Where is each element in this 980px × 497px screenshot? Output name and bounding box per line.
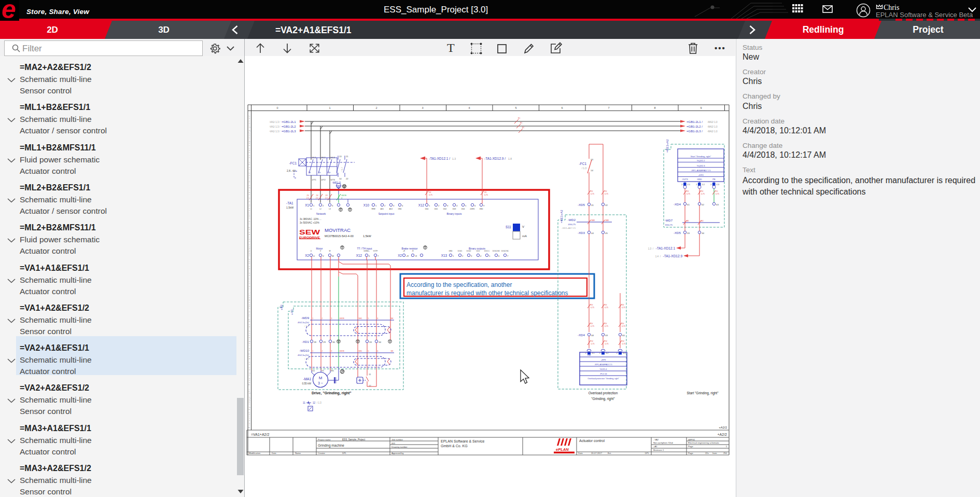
svg-text:DGND+: DGND+ [363, 250, 369, 252]
svg-text:MOVITRAC: MOVITRAC [325, 227, 351, 233]
svg-text:0,75: 0,75 [591, 307, 594, 309]
svg-text:5: 5 [368, 350, 369, 352]
svg-text:Date: Date [578, 452, 583, 454]
svg-text:60: 60 [622, 334, 625, 337]
svg-text:58: 58 [591, 334, 594, 337]
svg-text:2V: 2V [591, 190, 593, 192]
svg-text:X10: X10 [363, 203, 370, 207]
svg-text:2,8...4A: 2,8...4A [287, 169, 296, 172]
svg-text:AI11: AI11 [381, 208, 384, 210]
svg-text:4: 4 [468, 106, 470, 109]
svg-text:1N5: 1N5 [587, 354, 591, 356]
svg-text:DI03: DI03 [453, 208, 456, 210]
svg-text:61: 61 [687, 203, 690, 206]
svg-text:28: 28 [314, 341, 316, 343]
svg-text:%QX2.2: %QX2.2 [697, 159, 705, 162]
svg-text:-XD1: -XD1 [302, 340, 310, 343]
svg-text:8: 8 [654, 106, 655, 109]
svg-text:2/T1: 2/T1 [312, 178, 317, 181]
svg-text:11: 11 [303, 402, 305, 404]
svg-text:14: 14 [591, 169, 593, 172]
svg-text:0,75: 0,75 [605, 343, 609, 345]
svg-text:X1: X1 [305, 203, 309, 207]
svg-text:DI00: DI00 [425, 208, 429, 210]
svg-text:+A1: +A1 [653, 445, 657, 448]
svg-text:2.1: 2.1 [688, 183, 691, 186]
svg-text:OUT3: OUT3 [682, 178, 688, 181]
svg-text:2: 2 [375, 106, 377, 109]
svg-text:2V: 2V [622, 304, 624, 306]
svg-text:250: 250 [723, 452, 727, 454]
svg-text:U: U [313, 255, 315, 257]
svg-text:Grinding machine: Grinding machine [318, 444, 344, 448]
svg-text:2V: 2V [307, 195, 310, 197]
svg-text:=VA1+A2/2: =VA1+A2/2 [251, 433, 269, 436]
svg-text:+X1: +X1 [290, 309, 293, 315]
svg-text:30: 30 [332, 341, 335, 343]
svg-text:2,5: 2,5 [325, 197, 328, 199]
svg-text:Modification: Modification [249, 452, 261, 454]
svg-text:AI12: AI12 [389, 208, 393, 210]
svg-text:22: 22 [346, 177, 348, 180]
svg-text:1.4 /: 1.4 / [655, 255, 661, 258]
svg-text:0,75: 0,75 [605, 307, 608, 309]
svg-text:According to the specification: According to the specification, another [407, 281, 512, 288]
svg-text:-FC1: -FC1 [289, 161, 297, 165]
svg-text:&EFS1: &EFS1 [688, 438, 695, 441]
svg-text:2V: 2V [591, 340, 594, 342]
svg-text:PE: PE [712, 178, 716, 181]
svg-text:DO01: DO01 [458, 250, 463, 252]
svg-text:+A2/2: +A2/2 [718, 433, 727, 436]
svg-text:3: 3 [331, 350, 332, 352]
svg-text:7: 7 [608, 106, 609, 109]
svg-text:-TA1-XD12.1: -TA1-XD12.1 [656, 246, 676, 250]
svg-text:0,75: 0,75 [591, 325, 594, 327]
svg-text:001: 001 [391, 442, 396, 445]
svg-text:Start "Grinding, right": Start "Grinding, right" [691, 155, 711, 158]
svg-text:32: 32 [605, 204, 608, 206]
svg-text:24VE1: 24VE1 [470, 208, 475, 210]
svg-text:4G0,75: 4G0,75 [568, 223, 576, 226]
svg-text:-VA1/ 1.3 /: -VA1/ 1.3 / [269, 126, 281, 128]
svg-text:DO2: DO2 [477, 250, 480, 252]
svg-text:DI02: DI02 [443, 208, 447, 210]
svg-text:Drive, "Grinding, right": Drive, "Grinding, right" [312, 391, 352, 395]
svg-text:-MA1: -MA1 [303, 377, 311, 381]
svg-text:ESS_Sample_Project: ESS_Sample_Project [342, 438, 366, 441]
svg-text:=GB1-2L3: =GB1-2L3 [282, 130, 296, 133]
svg-text:SH1: SH1 [359, 350, 362, 352]
svg-text:Overload protection: Overload protection [589, 391, 618, 395]
svg-text:Protected by copyright. Passin: Protected by copyright. Passing on as we… [248, 114, 250, 428]
svg-text:2V: 2V [591, 304, 593, 306]
svg-text:Page: Page [688, 445, 693, 448]
svg-text:0,75: 0,75 [605, 193, 608, 195]
svg-text:62: 62 [702, 203, 704, 206]
svg-text:X2: X2 [305, 254, 309, 257]
svg-text:DO2-C: DO2-C [484, 250, 490, 252]
svg-text:I≥: I≥ [309, 171, 311, 174]
svg-text:%QX2.3: %QX2.3 [697, 164, 705, 167]
svg-text:ePLAN: ePLAN [556, 447, 569, 452]
svg-text:- VA2: - VA2 [653, 438, 659, 441]
svg-text:1/L1: 1/L1 [312, 156, 317, 159]
svg-text:70B8: 70B8 [605, 219, 609, 222]
svg-text:0,75: 0,75 [687, 193, 690, 195]
svg-text:V: V [522, 225, 524, 228]
svg-text:-WD10: -WD10 [299, 349, 309, 352]
svg-text:=KE1+A2: =KE1+A2 [560, 210, 563, 223]
svg-text:Electrical engineering schemat: Electrical engineering schematic [688, 441, 719, 444]
svg-text:DPL: DPL [645, 452, 650, 454]
svg-text:-KF1+A3&EFA1/ 2.5: -KF1+A3&EFA1/ 2.5 [594, 364, 612, 366]
svg-text:-FC1:14: -FC1:14 [600, 373, 607, 375]
svg-text:-FC1: -FC1 [579, 162, 587, 165]
svg-text:DPL: DPL [342, 452, 347, 454]
svg-text:63: 63 [716, 203, 719, 206]
svg-text:Network: Network [316, 212, 326, 215]
svg-text:6: 6 [377, 317, 379, 320]
svg-text:8C: 8C [518, 117, 521, 119]
svg-text:21: 21 [346, 155, 348, 158]
svg-text:-WD2: -WD2 [568, 218, 576, 222]
svg-text:-TA1-XD12.9 /: -TA1-XD12.9 / [484, 157, 506, 160]
svg-text:Not-sachplnen 72nd: Not-sachplnen 72nd [653, 441, 673, 444]
svg-text:2,5: 2,5 [316, 197, 318, 199]
